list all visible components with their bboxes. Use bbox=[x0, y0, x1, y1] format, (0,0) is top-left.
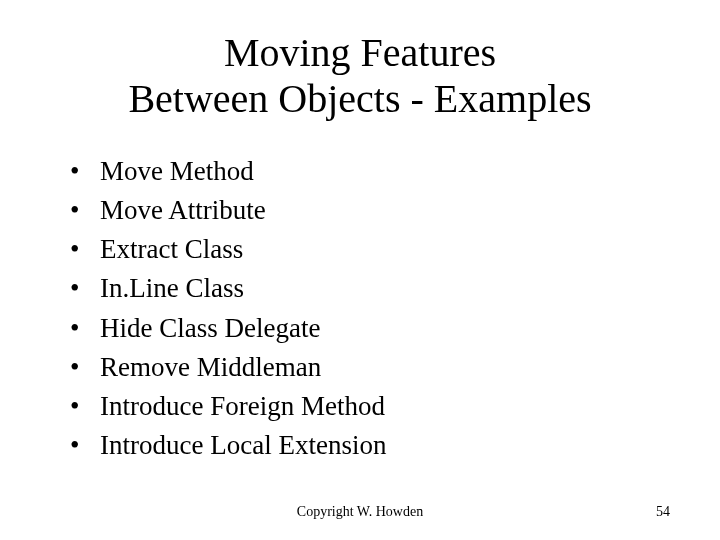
list-item: • In.Line Class bbox=[70, 269, 670, 308]
bullet-icon: • bbox=[70, 152, 100, 191]
list-item: • Extract Class bbox=[70, 230, 670, 269]
bullet-icon: • bbox=[70, 387, 100, 426]
bullet-text: Move Method bbox=[100, 152, 254, 191]
slide-title: Moving Features Between Objects - Exampl… bbox=[50, 30, 670, 122]
bullet-icon: • bbox=[70, 309, 100, 348]
page-number: 54 bbox=[656, 504, 670, 520]
bullet-list: • Move Method • Move Attribute • Extract… bbox=[50, 152, 670, 465]
title-line-1: Moving Features bbox=[224, 30, 496, 75]
bullet-text: In.Line Class bbox=[100, 269, 244, 308]
bullet-icon: • bbox=[70, 191, 100, 230]
list-item: • Introduce Local Extension bbox=[70, 426, 670, 465]
bullet-text: Remove Middleman bbox=[100, 348, 321, 387]
bullet-text: Introduce Local Extension bbox=[100, 426, 386, 465]
list-item: • Move Attribute bbox=[70, 191, 670, 230]
bullet-icon: • bbox=[70, 230, 100, 269]
bullet-text: Introduce Foreign Method bbox=[100, 387, 385, 426]
list-item: • Move Method bbox=[70, 152, 670, 191]
list-item: • Remove Middleman bbox=[70, 348, 670, 387]
bullet-icon: • bbox=[70, 426, 100, 465]
bullet-icon: • bbox=[70, 269, 100, 308]
bullet-text: Hide Class Delegate bbox=[100, 309, 320, 348]
list-item: • Introduce Foreign Method bbox=[70, 387, 670, 426]
footer-copyright: Copyright W. Howden bbox=[0, 504, 720, 520]
bullet-icon: • bbox=[70, 348, 100, 387]
title-line-2: Between Objects - Examples bbox=[128, 76, 591, 121]
slide-container: Moving Features Between Objects - Exampl… bbox=[0, 0, 720, 540]
list-item: • Hide Class Delegate bbox=[70, 309, 670, 348]
bullet-text: Move Attribute bbox=[100, 191, 266, 230]
bullet-text: Extract Class bbox=[100, 230, 243, 269]
